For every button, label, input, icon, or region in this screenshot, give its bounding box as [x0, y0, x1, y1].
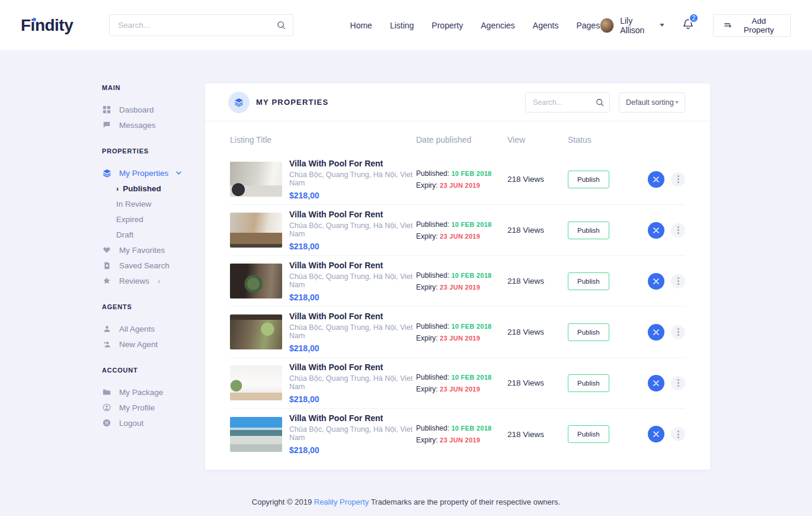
chevron-right-icon: ›	[158, 277, 160, 285]
sidebar-item-logout[interactable]: Logout	[102, 415, 205, 431]
chevron-down-icon[interactable]	[660, 24, 664, 27]
sidebar-subitem-published[interactable]: › Published	[102, 181, 205, 196]
property-title[interactable]: Villa With Pool For Rent	[289, 261, 416, 270]
sidebar-subitem-in-review[interactable]: In Review	[102, 196, 205, 211]
nav-agents[interactable]: Agents	[533, 21, 559, 30]
property-address: Chùa Bộc, Quang Trung, Hà Nội, Viet Nam	[289, 171, 416, 187]
add-property-button[interactable]: Add Property	[713, 14, 791, 37]
properties-table: Listing Title Date published View Status…	[205, 121, 710, 470]
sidebar-item-saved-search[interactable]: Saved Search	[102, 258, 205, 273]
person-circle-icon	[102, 403, 111, 412]
table-header-row: Listing Title Date published View Status	[230, 121, 685, 154]
more-options-button[interactable]	[671, 427, 685, 441]
property-price: $218,00	[289, 344, 416, 353]
property-price: $218,00	[289, 293, 416, 302]
publish-button[interactable]: Publish	[568, 323, 609, 341]
property-title[interactable]: Villa With Pool For Rent	[289, 362, 416, 372]
column-view: View	[507, 135, 568, 145]
x-circle-icon	[102, 419, 111, 427]
property-title[interactable]: Villa With Pool For Rent	[289, 159, 416, 168]
publish-button[interactable]: Publish	[568, 425, 609, 443]
nav-property[interactable]: Property	[431, 21, 463, 30]
more-options-button[interactable]	[671, 376, 685, 390]
nav-pages[interactable]: Pages	[576, 21, 600, 30]
property-photo[interactable]	[230, 213, 282, 248]
sidebar-subitem-draft[interactable]: Draft	[102, 227, 205, 242]
global-search-input[interactable]	[109, 14, 293, 36]
sidebar-item-my-favorites[interactable]: My Favorites	[102, 242, 205, 258]
published-label: Published:	[416, 220, 449, 229]
remove-button[interactable]	[648, 375, 664, 391]
reality-property-link[interactable]: Reality Property	[314, 497, 369, 506]
sidebar-item-messages[interactable]: Messages	[102, 117, 205, 133]
sidebar-item-my-package[interactable]: My Package	[102, 384, 205, 400]
views-count: 218 Views	[507, 226, 568, 235]
nav-listing[interactable]: Listing	[390, 21, 414, 30]
search-icon[interactable]	[277, 21, 286, 32]
publish-button[interactable]: Publish	[568, 222, 609, 239]
page-body: MAIN Dasboard Messages PROPERTIES My Pro…	[0, 50, 812, 515]
publish-button[interactable]: Publish	[568, 374, 609, 392]
remove-button[interactable]	[648, 222, 664, 239]
chevron-down-icon	[176, 171, 181, 175]
remove-button[interactable]	[648, 171, 664, 188]
global-search	[109, 14, 293, 36]
search-icon[interactable]	[596, 98, 604, 109]
published-date: 10 FEB 2018	[451, 425, 491, 432]
sidebar-label-reviews: Reviews	[119, 277, 149, 285]
property-photo[interactable]	[230, 264, 282, 298]
remove-button[interactable]	[648, 324, 664, 341]
sidebar-item-reviews[interactable]: Reviews ›	[102, 273, 205, 288]
sidebar-subitem-expired[interactable]: Expired	[102, 211, 205, 227]
remove-button[interactable]	[648, 273, 664, 290]
property-photo[interactable]	[230, 417, 282, 452]
sidebar-item-my-profile[interactable]: My Profile	[102, 400, 205, 415]
property-title[interactable]: Villa With Pool For Rent	[289, 210, 416, 219]
document-icon	[102, 262, 111, 269]
expiry-date: 23 JUN 2019	[440, 436, 480, 444]
nav-agencies[interactable]: Agencies	[481, 21, 515, 30]
person-plus-icon	[102, 341, 111, 348]
sidebar-heading-properties: PROPERTIES	[102, 147, 205, 157]
property-address: Chùa Bộc, Quang Trung, Hà Nội, Viet Nam	[289, 272, 416, 289]
property-photo[interactable]	[230, 314, 282, 349]
app-logo[interactable]: Findity	[21, 16, 73, 35]
more-options-button[interactable]	[671, 325, 685, 339]
sidebar: MAIN Dasboard Messages PROPERTIES My Pro…	[102, 84, 205, 445]
sort-select[interactable]: Default sorting	[619, 92, 685, 113]
user-avatar[interactable]	[600, 18, 614, 33]
nav-home[interactable]: Home	[350, 21, 372, 30]
sidebar-label-all-agents: All Agents	[119, 325, 155, 333]
property-title[interactable]: Villa With Pool For Rent	[289, 413, 416, 423]
heart-icon	[102, 246, 111, 254]
sidebar-item-all-agents[interactable]: All Agents	[102, 321, 205, 336]
property-title[interactable]: Villa With Pool For Rent	[289, 312, 416, 321]
dashboard-grid-icon	[102, 105, 111, 114]
sidebar-label-draft: Draft	[116, 230, 133, 239]
panel-header: MY PROPERTIES Default sorting	[205, 84, 710, 121]
more-options-button[interactable]	[671, 223, 685, 237]
property-photo[interactable]	[230, 365, 282, 400]
copyright-suffix: Trademarks are the property of their res…	[371, 497, 561, 506]
close-icon	[653, 329, 659, 335]
sidebar-item-dashboard[interactable]: Dasboard	[102, 102, 205, 117]
publish-button[interactable]: Publish	[568, 171, 609, 188]
notifications-button[interactable]: 2	[682, 18, 694, 33]
copyright-prefix: Copyright © 2019	[252, 497, 312, 506]
close-icon	[653, 227, 659, 233]
more-options-button[interactable]	[671, 274, 685, 288]
expiry-label: Expiry:	[416, 436, 438, 444]
property-photo[interactable]	[230, 162, 282, 197]
property-price: $218,00	[289, 191, 416, 200]
close-icon	[653, 431, 659, 437]
remove-button[interactable]	[648, 426, 664, 442]
layers-icon	[234, 98, 244, 107]
sidebar-item-new-agent[interactable]: New Agent	[102, 336, 205, 352]
sidebar-item-my-properties[interactable]: My Properties	[102, 165, 205, 181]
more-options-button[interactable]	[671, 172, 685, 187]
user-name[interactable]: Lily Allison	[620, 16, 656, 35]
sidebar-label-new-agent: New Agent	[119, 340, 158, 349]
panel-search	[525, 92, 610, 113]
expiry-label: Expiry:	[416, 232, 438, 240]
publish-button[interactable]: Publish	[568, 272, 609, 290]
